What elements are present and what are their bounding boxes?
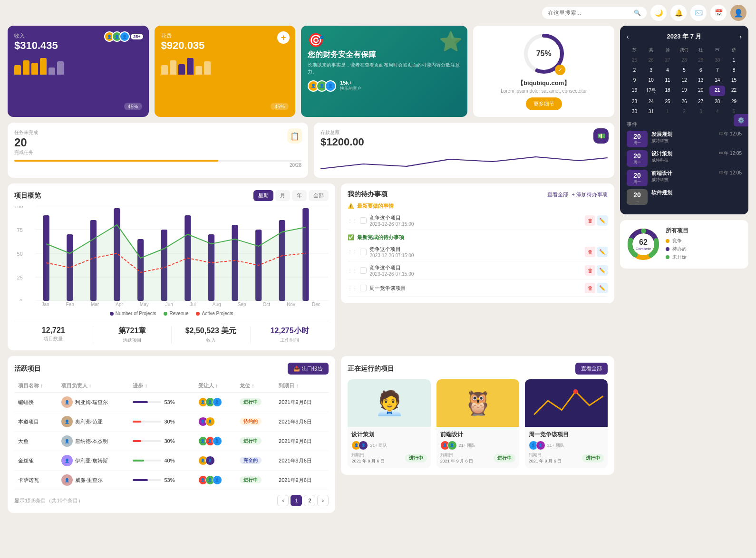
todo-checkbox-4[interactable]: [360, 285, 367, 291]
view-all-running-button[interactable]: 查看全部: [575, 363, 608, 375]
cal-day-28[interactable]: 28: [709, 97, 725, 106]
cal-day-9[interactable]: 9: [627, 76, 642, 85]
cal-day-4-next[interactable]: 4: [709, 107, 725, 116]
delete-todo-4[interactable]: 🗑: [585, 283, 595, 293]
active-projects-table: 项目名称 ↑ 项目负责人 ↕ 进步 ↕ 受让人 ↕ 龙位 ↕ 到期日 ↕ 蝙蝠侠: [14, 379, 329, 490]
add-expense-button[interactable]: +: [277, 31, 290, 44]
delete-todo-2[interactable]: 🗑: [585, 247, 595, 257]
cal-day-16[interactable]: 16: [627, 86, 642, 96]
cal-day-29-prev[interactable]: 29: [693, 56, 708, 65]
cal-day-18[interactable]: 18: [660, 86, 676, 96]
event-date-day-4: ...: [630, 199, 644, 203]
user-avatar[interactable]: 👤: [730, 5, 746, 21]
edit-todo-4[interactable]: ✏️: [597, 283, 608, 293]
calendar-settings-button[interactable]: ⚙️: [734, 114, 748, 126]
cal-day-30-prev[interactable]: 30: [709, 56, 725, 65]
cal-day-10[interactable]: 10: [643, 76, 659, 85]
page-1-button[interactable]: 1: [291, 495, 302, 506]
cal-day-24[interactable]: 24: [643, 97, 659, 106]
tab-year[interactable]: 年: [292, 190, 307, 201]
cal-day-2[interactable]: 2: [627, 66, 642, 75]
event-time-3: 中午 12:05: [719, 170, 742, 176]
cell-status-1: 进行中: [236, 393, 275, 412]
cal-day-12[interactable]: 12: [677, 76, 692, 85]
todo-checkbox-1[interactable]: [360, 217, 367, 224]
cal-day-31[interactable]: 31: [643, 107, 659, 116]
cal-day-29[interactable]: 29: [726, 97, 742, 106]
savings-chart: [320, 152, 608, 171]
cal-day-23[interactable]: 23: [627, 97, 642, 106]
proj-body-1: 设计策划 👤 👤 21+ 团队: [348, 427, 430, 468]
cal-day-11[interactable]: 11: [660, 76, 676, 85]
cal-day-25[interactable]: 25: [660, 97, 676, 106]
page-2-button[interactable]: 2: [304, 495, 315, 506]
search-box[interactable]: 🔍: [542, 7, 647, 19]
drag-handle-1[interactable]: ⋮⋮: [348, 218, 357, 223]
mail-button[interactable]: ✉️: [690, 5, 707, 21]
tab-all[interactable]: 全部: [309, 190, 329, 201]
cal-day-26-prev[interactable]: 26: [643, 56, 659, 65]
cal-day-19[interactable]: 19: [677, 86, 692, 96]
notifications-button[interactable]: 🔔: [670, 5, 687, 21]
cal-day-1[interactable]: 1: [726, 56, 742, 65]
edit-todo-1[interactable]: ✏️: [597, 215, 608, 226]
revenue-badge: 👤 👤 👤 25+: [104, 31, 143, 42]
events-section: 事件 20 周一 发展规划 威特科技 中午 12:05 20 周一: [627, 121, 742, 205]
cal-day-21[interactable]: 21: [709, 86, 725, 96]
prev-page-button[interactable]: ‹: [277, 495, 289, 506]
cal-day-20[interactable]: 20: [693, 86, 708, 96]
cal-day-13[interactable]: 13: [693, 76, 708, 85]
cal-day-7[interactable]: 7: [709, 66, 725, 75]
delete-todo-1[interactable]: 🗑: [585, 215, 595, 226]
cal-prev-button[interactable]: ‹: [627, 33, 629, 40]
cal-day-27[interactable]: 27: [693, 97, 708, 106]
delete-todo-3[interactable]: 🗑: [585, 265, 595, 276]
cal-header-tu: 涂: [660, 46, 676, 55]
cal-day-14[interactable]: 14: [709, 76, 725, 85]
todo-checkbox-2[interactable]: [360, 249, 367, 255]
edit-todo-3[interactable]: ✏️: [597, 265, 608, 276]
cal-day-30[interactable]: 30: [627, 107, 642, 116]
cell-date-4: 2021年9月6日: [275, 451, 329, 471]
cal-day-8[interactable]: 8: [726, 66, 742, 75]
proj-name-2: 前端设计: [440, 431, 515, 439]
cal-day-22[interactable]: 22: [726, 86, 742, 96]
cal-day-4[interactable]: 4: [660, 66, 676, 75]
theme-toggle-button[interactable]: 🌙: [650, 5, 667, 21]
edit-todo-2[interactable]: ✏️: [597, 247, 608, 257]
cell-manager-3: 👤 唐纳德·本杰明: [58, 432, 129, 451]
drag-handle-2[interactable]: ⋮⋮: [348, 250, 357, 255]
cal-day-3-next[interactable]: 3: [693, 107, 708, 116]
cal-day-17[interactable]: 17号: [643, 86, 659, 96]
tab-week[interactable]: 星期: [253, 190, 273, 201]
todo-text-1: 竞争这个项目: [369, 215, 401, 221]
drag-handle-4[interactable]: ⋮⋮: [348, 286, 357, 291]
all-projects-card: 62 Compete 所有项目 竞争 待办的 未开始: [620, 220, 748, 269]
cell-name-4: 金丝雀: [14, 451, 58, 471]
cal-day-15[interactable]: 15: [726, 76, 742, 85]
cal-day-3[interactable]: 3: [643, 66, 659, 75]
cal-day-26[interactable]: 26: [677, 97, 692, 106]
tab-month[interactable]: 月: [275, 190, 290, 201]
cal-day-2-next[interactable]: 2: [677, 107, 692, 116]
cell-date-3: 2021年9月6日: [275, 432, 329, 451]
add-todo-link[interactable]: + 添加待办事项: [572, 191, 608, 198]
export-report-button[interactable]: 📤 出口报告: [288, 363, 329, 375]
todo-checkbox-3[interactable]: [360, 267, 367, 274]
manager-avatar-2: 👤: [61, 416, 73, 427]
search-input[interactable]: [548, 10, 630, 16]
cal-day-5[interactable]: 5: [677, 66, 692, 75]
more-detail-button[interactable]: 更多细节: [526, 97, 562, 110]
cal-day-25-prev[interactable]: 25: [627, 56, 642, 65]
view-all-link[interactable]: 查看全部: [547, 191, 568, 198]
drag-handle-3[interactable]: ⋮⋮: [348, 268, 357, 273]
cal-day-1-next[interactable]: 1: [660, 107, 676, 116]
next-page-button[interactable]: ›: [317, 495, 329, 506]
calendar-button[interactable]: 📅: [710, 5, 727, 21]
proj-date-1: 2021 年 9 月 6 日: [351, 458, 385, 464]
cal-day-6[interactable]: 6: [693, 66, 708, 75]
cal-day-28-prev[interactable]: 28: [677, 56, 692, 65]
cal-next-button[interactable]: ›: [739, 33, 742, 40]
donut-title: 所有项目: [666, 227, 742, 235]
cal-day-27-prev[interactable]: 27: [660, 56, 676, 65]
